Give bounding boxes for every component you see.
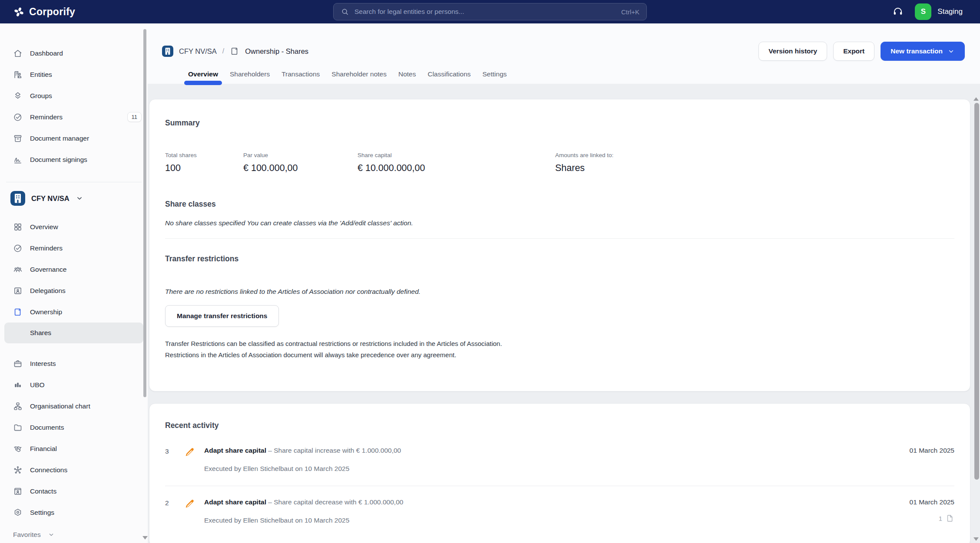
activity-number: 2 — [165, 498, 178, 524]
activity-row[interactable]: 2 Adapt share capital – Share capital de… — [165, 498, 954, 524]
sidebar-item-settings[interactable]: Settings — [0, 502, 148, 523]
sidebar-item-label: Document manager — [30, 135, 89, 142]
description-line: Transfer Restrictions can be classified … — [165, 338, 954, 349]
breadcrumb-entity[interactable]: CFY NV/SA — [179, 47, 217, 56]
activity-divider — [165, 486, 954, 486]
tab-overview[interactable]: Overview — [188, 70, 218, 84]
sidebar-item-contacts[interactable]: Contacts — [0, 480, 148, 502]
activity-executed-by: Executed by Ellen Stichelbaut on 10 Marc… — [204, 517, 910, 524]
new-transaction-label: New transaction — [891, 47, 943, 55]
stat-amounts-linked: Amounts are linked to: Shares — [555, 152, 613, 174]
activity-main: Adapt share capital – Share capital decr… — [204, 498, 910, 524]
search-input[interactable] — [354, 8, 616, 16]
sidebar-item-entity-reminders[interactable]: Reminders — [0, 237, 148, 259]
main-scrollbar-up-arrow[interactable] — [973, 97, 979, 101]
tab-notes[interactable]: Notes — [398, 70, 416, 84]
sidebar-item-financial[interactable]: Financial — [0, 438, 148, 459]
entity-switcher[interactable]: CFY NV/SA — [0, 186, 148, 211]
activity-row[interactable]: 3 Adapt share capital – Share capital in… — [165, 447, 954, 473]
tab-settings[interactable]: Settings — [483, 70, 507, 84]
content-scroll-area: Summary Total shares 100 Par value € 100… — [148, 84, 980, 543]
export-button[interactable]: Export — [833, 42, 874, 61]
tab-classifications[interactable]: Classifications — [427, 70, 470, 84]
activity-title: Adapt share capital — [204, 498, 266, 506]
archive-box-icon — [13, 134, 23, 143]
sidebar-item-ubo[interactable]: UBO — [0, 374, 148, 395]
sidebar-scrollbar-thumb[interactable] — [143, 29, 146, 397]
sidebar-item-document-signings[interactable]: Document signings — [0, 149, 148, 170]
stat-value: Shares — [555, 163, 613, 174]
activity-date: 01 March 2025 — [910, 447, 954, 454]
activity-main: Adapt share capital – Share capital incr… — [204, 447, 910, 473]
stat-value: 100 — [165, 163, 243, 174]
transfer-restrictions-empty-text: There are no restrictions linked to the … — [165, 288, 954, 296]
tab-shareholder-notes[interactable]: Shareholder notes — [331, 70, 387, 84]
sidebar-item-label: Entities — [30, 71, 52, 79]
sidebar-item-label: Delegations — [30, 287, 66, 295]
tab-transactions[interactable]: Transactions — [281, 70, 320, 84]
brand[interactable]: Corporify — [13, 6, 75, 18]
activity-meta: 01 March 2025 — [910, 447, 954, 473]
sidebar-item-organisational-chart[interactable]: Organisational chart — [0, 395, 148, 417]
brand-name: Corporify — [29, 6, 75, 18]
summary-heading: Summary — [165, 118, 954, 128]
sidebar-item-reminders[interactable]: Reminders 11 — [0, 106, 148, 128]
stat-par-value: Par value € 100.000,00 — [243, 152, 358, 174]
sidebar-item-ownership[interactable]: Ownership — [0, 301, 148, 323]
stat-total-shares: Total shares 100 — [165, 152, 243, 174]
search-icon — [341, 7, 349, 16]
recent-activity-heading: Recent activity — [165, 421, 954, 430]
new-transaction-button[interactable]: New transaction — [881, 42, 965, 61]
favorites-toggle[interactable]: Favorites — [0, 528, 148, 541]
description-line: Restrictions in the Articles of Associat… — [165, 349, 954, 361]
chevron-down-icon — [48, 531, 55, 538]
user-avatar[interactable]: S — [915, 3, 931, 20]
file-icon — [946, 514, 954, 523]
favorites-label: Favorites — [13, 531, 41, 539]
sidebar-item-shares-selected[interactable]: Shares — [4, 323, 143, 343]
sidebar-item-document-manager[interactable]: Document manager — [0, 128, 148, 149]
support-headset-icon[interactable] — [892, 6, 904, 17]
sidebar-item-entities[interactable]: Entities — [0, 64, 148, 85]
sidebar-item-label: UBO — [30, 381, 45, 389]
header-actions: Version history Export New transaction — [758, 42, 965, 61]
scroll-icon — [13, 307, 23, 317]
activity-description: – Share capital increase with € 1.000.00… — [268, 447, 401, 454]
shares-overview-card: Summary Total shares 100 Par value € 100… — [149, 99, 970, 392]
breadcrumb-separator: / — [222, 47, 224, 55]
org-chart-icon — [13, 401, 23, 411]
sidebar-item-label: Connections — [30, 466, 67, 474]
share-classes-empty-text: No share classes specified You can creat… — [165, 219, 954, 227]
manage-transfer-restrictions-button[interactable]: Manage transfer restrictions — [165, 305, 279, 327]
sidebar-item-groups[interactable]: Groups — [0, 85, 148, 106]
sidebar-item-governance[interactable]: Governance — [0, 259, 148, 280]
sidebar-item-dashboard[interactable]: Dashboard — [0, 43, 148, 64]
version-history-button[interactable]: Version history — [758, 42, 827, 61]
tab-bar: Overview Shareholders Transactions Share… — [162, 70, 965, 84]
pencil-icon — [184, 447, 195, 458]
folder-icon — [13, 423, 23, 432]
scroll-icon — [230, 46, 239, 56]
sidebar-item-delegations[interactable]: Delegations — [0, 280, 148, 301]
main-scrollbar-down-arrow[interactable] — [973, 537, 979, 541]
layers-icon — [13, 91, 23, 101]
activity-documents[interactable]: 1 — [910, 514, 954, 523]
sidebar-item-label: Reminders — [30, 113, 63, 121]
sidebar-item-documents[interactable]: Documents — [0, 417, 148, 438]
sidebar-item-label: Financial — [30, 445, 57, 453]
handshake-icon — [13, 444, 23, 454]
section-divider — [165, 238, 954, 239]
sidebar-item-connections[interactable]: Connections — [0, 459, 148, 480]
pencil-icon — [184, 498, 195, 510]
sidebar-item-overview[interactable]: Overview — [0, 216, 148, 237]
transfer-restrictions-heading: Transfer restrictions — [165, 254, 954, 263]
sidebar-item-label: Document signings — [30, 156, 87, 164]
tab-shareholders[interactable]: Shareholders — [230, 70, 270, 84]
main-scrollbar-thumb[interactable] — [974, 103, 979, 480]
summary-stats: Total shares 100 Par value € 100.000,00 … — [165, 152, 954, 174]
sidebar-item-label: Reminders — [30, 244, 63, 252]
sidebar-scrollbar-down-arrow[interactable] — [142, 536, 148, 540]
global-search[interactable]: Ctrl+K — [333, 3, 647, 20]
sidebar-item-interests[interactable]: Interests — [0, 353, 148, 374]
sidebar-item-label: Shares — [30, 329, 51, 337]
